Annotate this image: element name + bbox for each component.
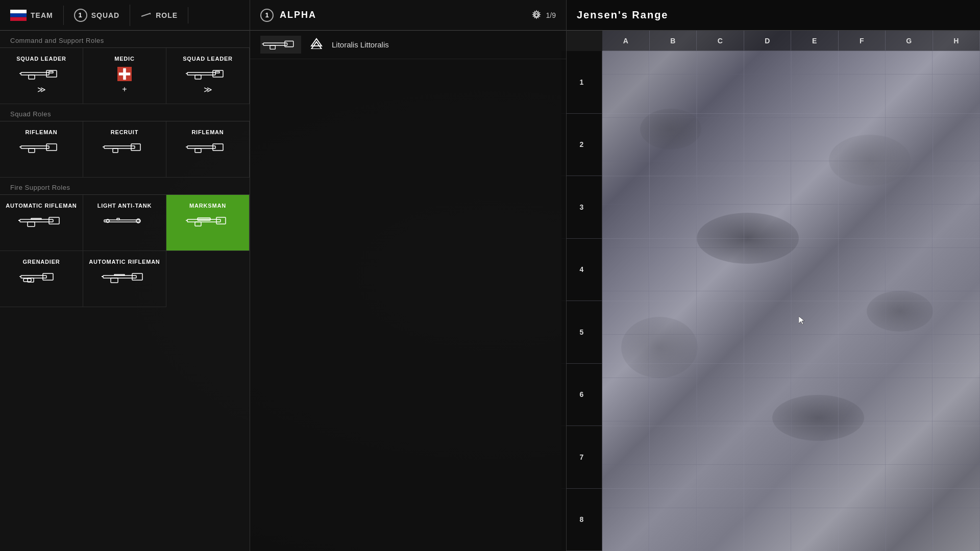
role-name-marksman: MARKSMAN (189, 202, 226, 209)
svg-rect-17 (29, 148, 35, 153)
role-light-anti-tank[interactable]: LIGHT ANTI-TANK (83, 195, 166, 251)
section-command-support: Command and Support Roles (0, 31, 250, 48)
role-name-rifleman-1: RIFLEMAN (25, 129, 57, 136)
svg-rect-38 (195, 222, 201, 226)
map-header: Jensen's Range (561, 0, 980, 31)
role-name-ar-1: AUTOMATIC RIFLEMAN (6, 202, 77, 209)
svg-rect-12 (195, 75, 201, 79)
svg-rect-28 (49, 217, 59, 224)
weapon-icon-sl2 (185, 66, 231, 82)
svg-rect-40 (198, 218, 210, 220)
role-rifleman-2[interactable]: RIFLEMAN (166, 121, 250, 178)
svg-rect-24 (213, 144, 223, 151)
badge-medic: + (122, 85, 127, 94)
weapon-icon-ar-1 (18, 213, 64, 229)
role-name-rifleman-2: RIFLEMAN (191, 129, 224, 136)
svg-rect-7 (29, 75, 35, 79)
role-name-grenadier: GRENADIER (22, 258, 60, 265)
svg-rect-16 (46, 144, 57, 151)
gear-icon (531, 10, 542, 21)
col-label-g: G (886, 31, 933, 51)
fire-support-roles-grid: AUTOMATIC RIFLEMAN LIGHT ANTI-TANK (0, 195, 250, 307)
svg-rect-19 (104, 146, 135, 148)
weapon-icon-lat (102, 213, 148, 229)
weapon-icon-rifleman-1 (18, 140, 64, 155)
role-label: ROLE (156, 11, 178, 19)
member-rank-badge (309, 38, 324, 52)
col-label-b: B (650, 31, 697, 51)
flag-russia (10, 10, 27, 21)
role-name-medic: MEDIC (114, 55, 134, 62)
map-cursor (799, 316, 807, 324)
col-label-h: H (933, 31, 981, 51)
badge-sl1: ≫ (37, 85, 46, 94)
svg-rect-37 (216, 217, 226, 224)
col-label-c: C (697, 31, 744, 51)
svg-rect-9 (49, 71, 53, 73)
svg-rect-54 (270, 45, 275, 48)
role-medic[interactable]: MEDIC + (83, 48, 166, 104)
svg-rect-35 (117, 218, 119, 220)
role-name-squad-leader-1: SQUAD LEADER (16, 55, 66, 62)
squad-count: 1/9 (546, 11, 556, 19)
svg-rect-52 (263, 43, 287, 45)
svg-rect-53 (284, 41, 293, 46)
svg-rect-23 (187, 146, 215, 148)
weapon-icon-medic (102, 66, 148, 82)
squad-alpha-badge: 1 (260, 9, 274, 22)
row-label-8: 8 (561, 489, 602, 552)
col-label-e: E (791, 31, 839, 51)
svg-rect-15 (21, 146, 49, 148)
section-squad-roles: Squad Roles (0, 104, 250, 121)
role-name-recruit: RECRUIT (111, 129, 139, 136)
svg-rect-1 (10, 13, 27, 17)
row-label-6: 6 (561, 364, 602, 427)
role-rifleman-1[interactable]: RIFLEMAN (0, 121, 83, 178)
squad-header: 1 ALPHA 1/9 (250, 0, 566, 31)
weapon-icon-sl1 (18, 66, 64, 82)
row-label-4: 4 (561, 239, 602, 302)
medic-symbol (117, 67, 132, 81)
svg-line-3 (141, 13, 151, 16)
map-container[interactable]: A B C D E F G H 1 2 3 4 5 6 7 8 (561, 31, 980, 551)
section-fire-support: Fire Support Roles (0, 178, 250, 195)
weapon-icon-grenadier (18, 269, 64, 285)
role-recruit[interactable]: RECRUIT (83, 121, 166, 178)
row-label-7: 7 (561, 426, 602, 489)
role-name-ar-2: AUTOMATIC RIFLEMAN (89, 258, 160, 265)
squad-member-row[interactable]: Litoralis Littoralis (250, 31, 566, 59)
svg-marker-72 (799, 316, 804, 324)
svg-rect-2 (10, 17, 27, 20)
left-panel: TEAM 1 SQUAD ROLE Command and Support Ro… (0, 0, 250, 551)
tab-squad[interactable]: 1 SQUAD (64, 5, 131, 26)
col-label-a: A (602, 31, 650, 51)
map-column-labels: A B C D E F G H (602, 31, 980, 51)
svg-rect-42 (43, 273, 53, 280)
squad-number-badge: 1 (74, 9, 87, 22)
row-label-5: 5 (561, 301, 602, 364)
role-squad-leader-2[interactable]: SQUAD LEADER ≫ (166, 48, 250, 104)
team-label: TEAM (31, 11, 53, 19)
svg-rect-25 (195, 148, 201, 153)
weapon-icon-marksman (185, 213, 231, 229)
role-marksman[interactable]: MARKSMAN (166, 195, 250, 251)
squad-settings[interactable]: 1/9 (531, 10, 556, 21)
svg-rect-29 (28, 222, 35, 227)
svg-rect-10 (187, 72, 215, 75)
row-label-3: 3 (561, 176, 602, 239)
row-label-1: 1 (561, 51, 602, 114)
tab-role[interactable]: ROLE (130, 7, 188, 23)
role-automatic-rifleman-1[interactable]: AUTOMATIC RIFLEMAN (0, 195, 83, 251)
role-grenadier[interactable]: GRENADIER (0, 251, 83, 307)
svg-rect-48 (111, 278, 118, 283)
squad-label: SQUAD (91, 11, 120, 19)
header-tabs: TEAM 1 SQUAD ROLE (0, 0, 250, 31)
weapon-icon-rifleman-2 (185, 140, 231, 155)
map-grid-lines (602, 51, 980, 551)
tab-team[interactable]: TEAM (5, 6, 64, 25)
role-name-squad-leader-2: SQUAD LEADER (183, 55, 233, 62)
col-label-f: F (839, 31, 886, 51)
role-automatic-rifleman-2[interactable]: AUTOMATIC RIFLEMAN (83, 251, 166, 307)
role-squad-leader-1[interactable]: SQUAD LEADER ≫ (0, 48, 83, 104)
rifle-tab-icon (140, 11, 152, 19)
